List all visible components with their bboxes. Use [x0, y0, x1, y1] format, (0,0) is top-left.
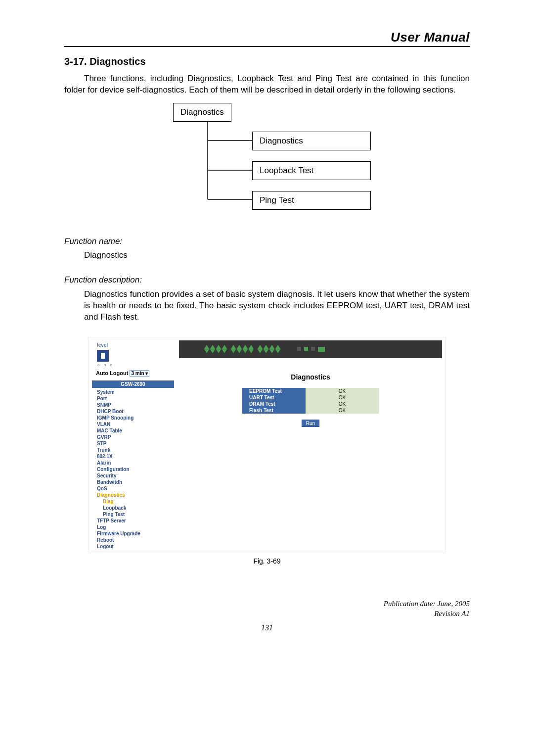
publication-date: Publication date: June, 2005 [64, 599, 470, 609]
nav-vlan[interactable]: VLAN [92, 421, 176, 427]
nav-diag-loopback[interactable]: Loopback [92, 505, 176, 511]
nav-stp[interactable]: STP [92, 440, 176, 447]
nav-log[interactable]: Log [92, 524, 176, 530]
nav-dhcp-boot[interactable]: DHCP Boot [92, 408, 176, 415]
nav-gvrp[interactable]: GVRP [92, 434, 176, 440]
nav-trunk[interactable]: Trunk [92, 447, 176, 453]
test-result: OK [306, 401, 379, 407]
tree-child-ping: Ping Test [252, 191, 371, 210]
header-title: User Manual [391, 30, 470, 45]
nav-tftp-server[interactable]: TFTP Server [92, 518, 176, 524]
function-name-value: Diagnostics [84, 250, 470, 260]
intro-paragraph: Three functions, including Diagnostics, … [64, 73, 470, 96]
nav-snmp[interactable]: SNMP [92, 402, 176, 408]
run-button[interactable]: Run [302, 420, 319, 427]
table-row: DRAM Test OK [242, 401, 379, 407]
test-result: OK [306, 407, 379, 414]
auto-logout-label: Auto Logout [96, 370, 128, 376]
nav-reboot[interactable]: Reboot [92, 537, 176, 543]
tree-child-loopback: Loopback Test [252, 161, 371, 180]
test-name: EEPROM Test [242, 388, 306, 394]
main-panel: Diagnostics EEPROM Test OK UART Test OK … [176, 337, 445, 433]
header-rule: User Manual [64, 30, 470, 47]
tree-root: Diagnostics [173, 103, 231, 122]
embedded-screenshot: level o n e Auto Logout 3 min ▾ GSW-2690… [89, 337, 445, 553]
revision: Revision A1 [64, 609, 470, 618]
figure-caption: Fig. 3-69 [64, 557, 470, 565]
chevron-down-icon: ▾ [145, 371, 148, 376]
table-row: EEPROM Test OK [242, 388, 379, 394]
test-result: OK [306, 388, 379, 394]
nav-logout[interactable]: Logout [92, 543, 176, 550]
section-heading: 3-17. Diagnostics [64, 56, 470, 67]
nav-port[interactable]: Port [92, 395, 176, 402]
table-row: Flash Test OK [242, 407, 379, 414]
test-name: UART Test [242, 394, 306, 401]
test-name: DRAM Test [242, 401, 306, 407]
table-row: UART Test OK [242, 394, 379, 401]
test-name: Flash Test [242, 407, 306, 414]
nav-bandwidth[interactable]: Bandwitdh [92, 479, 176, 485]
nav-diag-ping[interactable]: Ping Test [92, 511, 176, 518]
diagnostics-table: EEPROM Test OK UART Test OK DRAM Test OK… [242, 388, 379, 414]
content-title: Diagnostics [176, 373, 445, 381]
footer: Publication date: June, 2005 Revision A1 [64, 599, 470, 619]
nav-security[interactable]: Security [92, 472, 176, 479]
nav-mac-table[interactable]: MAC Table [92, 427, 176, 434]
brand-logo-text: level [92, 340, 176, 349]
model-badge: GSW-2690 [92, 380, 174, 388]
function-name-label: Function name: [64, 236, 470, 246]
sidebar: level o n e Auto Logout 3 min ▾ GSW-2690… [89, 337, 176, 553]
function-desc-value: Diagnostics function provides a set of b… [84, 289, 470, 323]
brand-logo-icon [97, 350, 109, 362]
nav-diag-diag[interactable]: Diag [92, 498, 176, 505]
page-number: 131 [64, 623, 470, 632]
diagnostics-tree: Diagnostics Diagnostics Loopback Test Pi… [143, 103, 391, 217]
nav-alarm[interactable]: Alarm [92, 460, 176, 466]
nav-system[interactable]: System [92, 389, 176, 395]
nav-igmp-snooping[interactable]: IGMP Snooping [92, 415, 176, 421]
tree-child-diagnostics: Diagnostics [252, 132, 371, 150]
brand-sub: o n e [92, 363, 176, 367]
nav-8021x[interactable]: 802.1X [92, 453, 176, 460]
auto-logout-select[interactable]: 3 min ▾ [130, 370, 149, 377]
test-result: OK [306, 394, 379, 401]
nav-qos[interactable]: QoS [92, 485, 176, 492]
device-image [179, 340, 442, 358]
nav-configuration[interactable]: Configuration [92, 466, 176, 472]
nav-firmware-upgrade[interactable]: Firmware Upgrade [92, 530, 176, 537]
auto-logout: Auto Logout 3 min ▾ [92, 367, 176, 380]
nav-diagnostics[interactable]: Diagnostics [92, 492, 176, 498]
function-desc-label: Function description: [64, 275, 470, 285]
